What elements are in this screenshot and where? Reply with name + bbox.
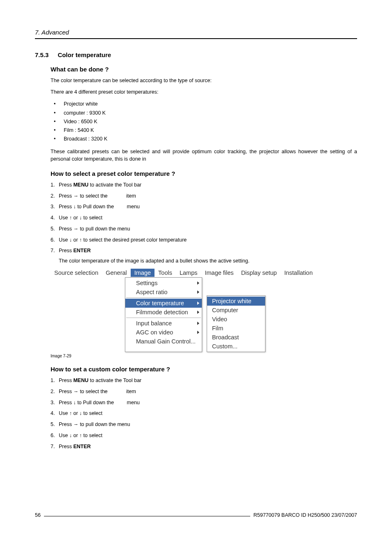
submenu-item-video[interactable]: Video [207,315,265,324]
menu-item-installation[interactable]: Installation [281,269,316,277]
section-title: Color temperature [58,51,111,58]
step-item: Press → to select the item [51,388,357,396]
section-heading: 7.5.3Color temperature [35,51,357,58]
arrow-right-icon [197,322,199,325]
step-item: Press → to select the item [51,192,357,200]
steps-list: Press MENU to activate the Tool bar Pres… [51,181,357,255]
sub-heading-select: How to select a preset color temperature… [51,170,357,177]
arrow-right-icon [197,290,199,294]
step-item: Use ↓ or ↑ to select [51,432,357,440]
menu-item-source-selection[interactable]: Source selection [51,269,102,277]
menu-screenshot: Source selection General Image Tools Lam… [51,268,300,352]
step-item: Press ENTER [51,443,357,451]
menu-item-lamps[interactable]: Lamps [176,269,201,277]
menu-item-image[interactable]: Image [131,269,154,277]
dropdown-item-manual-gain[interactable]: Manual Gain Control... [125,337,202,346]
submenu-item-projector-white[interactable]: Projector white [207,297,265,306]
menu-item-display-setup[interactable]: Display setup [238,269,281,277]
page-footer: 56 R59770079 BARCO ID H250/500 23/07/200… [35,512,357,518]
step-item: Press MENU to activate the Tool bar [51,377,357,385]
arrow-right-icon [197,302,199,305]
menu-divider [126,318,201,318]
dropdown-image: Settings Aspect ratio Color temperature … [125,277,202,352]
paragraph: The color temperature can be selected ac… [51,77,357,84]
step-item: Press MENU to activate the Tool bar [51,181,357,189]
step-item: Press → to pull down the menu [51,421,357,428]
submenu-item-computer[interactable]: Computer [207,306,265,315]
menu-item-general[interactable]: General [102,269,131,277]
step-item: Press ↓ to Pull down the menu [51,399,357,407]
list-item: Projector white [51,100,357,108]
section-number: 7.5.3 [35,51,48,58]
dropdown-item-color-temperature[interactable]: Color temperature [125,299,202,308]
list-item: computer : 9300 K [51,109,357,117]
footer-rule [44,516,250,516]
step-item: Use ↓ or ↑ to select the desired preset … [51,236,357,244]
arrow-right-icon [197,331,199,334]
step-item: Press ENTER [51,247,357,255]
dropdown-color-temperature: Projector white Computer Video Film Broa… [207,295,265,352]
step-item: Press ↓ to Pull down the menu [51,203,357,211]
dropdown-item-filmmode[interactable]: Filmmode detection [125,308,202,317]
document-id: R59770079 BARCO ID H250/500 23/07/2007 [250,512,357,518]
menubar: Source selection General Image Tools Lam… [51,268,300,277]
list-item: Film : 5400 K [51,126,357,135]
dropdown-item-aspect-ratio[interactable]: Aspect ratio [125,288,202,297]
step-item: Use ↑ or ↓ to select [51,410,357,417]
page-number: 56 [35,512,44,518]
list-item: Broadcast : 3200 K [51,135,357,143]
arrow-right-icon [197,281,199,285]
submenu-item-broadcast[interactable]: Broadcast [207,333,265,342]
step-item: Use ↑ or ↓ to select [51,214,357,222]
list-item: Video : 6500 K [51,117,357,126]
submenu-item-custom[interactable]: Custom... [207,342,265,351]
sub-heading-what: What can be done ? [51,66,357,73]
menu-item-tools[interactable]: Tools [154,269,176,277]
paragraph: These calibrated presets can be selected… [51,148,357,163]
preset-list: Projector white computer : 9300 K Video … [51,100,357,143]
submenu-item-film[interactable]: Film [207,324,265,333]
dropdown-item-settings[interactable]: Settings [125,279,202,288]
steps-list: Press MENU to activate the Tool bar Pres… [51,377,357,450]
chapter-header: 7. Advanced [35,29,357,39]
menu-divider [126,297,201,298]
dropdown-item-agc[interactable]: AGC on video [125,328,202,337]
sub-heading-custom: How to set a custom color temperature ? [51,366,357,373]
step-note: The color temperature of the image is ad… [59,258,357,264]
step-item: Press → to pull down the menu [51,225,357,233]
dropdown-item-input-balance[interactable]: Input balance [125,319,202,328]
image-caption: Image 7-29 [51,354,357,358]
paragraph: There are 4 different preset color tempe… [51,88,357,96]
menu-item-image-files[interactable]: Image files [201,269,238,277]
arrow-right-icon [197,311,199,314]
